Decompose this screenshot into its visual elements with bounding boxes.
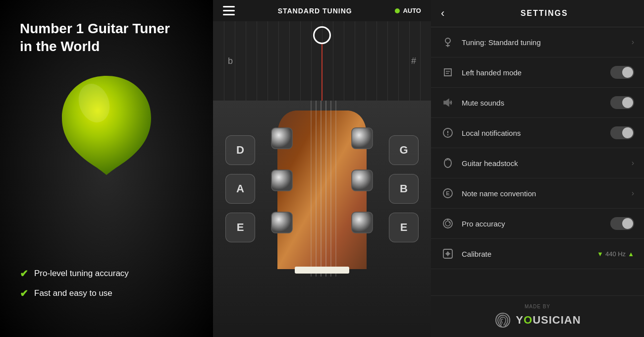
guitar-pick-logo bbox=[57, 71, 156, 180]
headstock-icon bbox=[441, 156, 455, 170]
auto-label: AUTO bbox=[403, 7, 421, 14]
settings-item-note-name[interactable]: E Note name convention › bbox=[431, 178, 644, 209]
feature-text-2: Fast and easy to use bbox=[34, 288, 112, 298]
notifications-icon bbox=[441, 126, 455, 140]
settings-list: Tuning: Standard tuning › Left handed mo… bbox=[431, 27, 644, 295]
yousician-footer: MADE BY YOUSICIAN bbox=[431, 295, 644, 337]
features-list: ✔ Pro-level tuning accuracy ✔ Fast and e… bbox=[20, 268, 129, 317]
sharp-label: # bbox=[411, 56, 416, 66]
settings-item-notifications[interactable]: Local notifications bbox=[431, 118, 644, 148]
hamburger-menu[interactable] bbox=[223, 6, 235, 15]
settings-item-mute[interactable]: Mute sounds bbox=[431, 88, 644, 118]
tuner-marker bbox=[313, 26, 331, 44]
tuning-chevron: › bbox=[632, 38, 634, 47]
settings-item-pro-accuracy[interactable]: Pro accuracy bbox=[431, 209, 644, 239]
settings-title: SETTINGS bbox=[454, 9, 634, 18]
brand-rest: USICIAN bbox=[533, 314, 581, 326]
left-handed-toggle-knob bbox=[622, 67, 633, 78]
left-panel: Number 1 Guitar Tuner in the World ✔ Pro… bbox=[0, 0, 213, 337]
left-handed-label: Left handed mode bbox=[462, 68, 603, 77]
calibrate-down-arrow: ▼ bbox=[597, 250, 603, 258]
brand-y: Y bbox=[516, 314, 524, 326]
svg-point-28 bbox=[445, 221, 450, 226]
calibrate-up-arrow: ▲ bbox=[628, 250, 634, 258]
left-handed-icon bbox=[441, 65, 455, 79]
calibrate-value[interactable]: ▼ 440 Hz ▲ bbox=[597, 250, 634, 258]
settings-item-headstock[interactable]: Guitar headstock › bbox=[431, 148, 644, 178]
pro-accuracy-label: Pro accuracy bbox=[462, 220, 603, 228]
mute-toggle-knob bbox=[622, 97, 633, 108]
note-name-icon: E bbox=[441, 186, 455, 200]
calibrate-icon bbox=[441, 247, 455, 261]
middle-panel: STANDARD TUNING AUTO bbox=[213, 0, 431, 337]
calibrate-label: Calibrate bbox=[462, 250, 590, 258]
auto-dot bbox=[395, 8, 400, 13]
headstock-chevron: › bbox=[632, 159, 634, 168]
tuning-label: STANDARD TUNING bbox=[278, 7, 352, 15]
tuner-display: b # bbox=[213, 21, 431, 101]
middle-header: STANDARD TUNING AUTO bbox=[213, 0, 431, 21]
check-icon-2: ✔ bbox=[20, 287, 28, 299]
feature-text-1: Pro-level tuning accuracy bbox=[34, 269, 129, 279]
svg-point-14 bbox=[445, 38, 450, 43]
note-name-chevron: › bbox=[632, 189, 634, 198]
marker-circle bbox=[313, 26, 331, 44]
svg-point-20 bbox=[447, 134, 448, 135]
notifications-toggle[interactable] bbox=[610, 126, 634, 139]
note-button-E-low[interactable]: E bbox=[225, 213, 255, 242]
back-button[interactable]: ‹ bbox=[441, 7, 444, 20]
auto-badge[interactable]: AUTO bbox=[395, 7, 421, 14]
pro-accuracy-toggle-knob bbox=[622, 218, 633, 229]
brand-o: O bbox=[524, 314, 533, 326]
svg-line-23 bbox=[446, 160, 447, 161]
note-button-D[interactable]: D bbox=[225, 135, 255, 165]
feature-item-1: ✔ Pro-level tuning accuracy bbox=[20, 268, 129, 280]
right-panel: ‹ SETTINGS Tuning: Standard tuning › bbox=[431, 0, 644, 337]
feature-item-2: ✔ Fast and easy to use bbox=[20, 287, 129, 299]
mute-toggle[interactable] bbox=[610, 96, 634, 109]
made-by-label: MADE BY bbox=[525, 304, 550, 309]
svg-marker-17 bbox=[444, 99, 449, 106]
headstock-label: Guitar headstock bbox=[462, 159, 625, 168]
settings-header: ‹ SETTINGS bbox=[431, 0, 644, 27]
note-button-E-high[interactable]: E bbox=[389, 213, 419, 242]
svg-text:E: E bbox=[446, 190, 449, 196]
note-button-B[interactable]: B bbox=[389, 174, 419, 204]
tuning-icon bbox=[441, 35, 455, 49]
note-button-G[interactable]: G bbox=[389, 135, 419, 165]
yousician-logo: YOUSICIAN bbox=[494, 311, 581, 329]
mute-label: Mute sounds bbox=[462, 99, 603, 107]
notifications-toggle-knob bbox=[622, 127, 633, 138]
hamburger-line-3 bbox=[223, 14, 235, 15]
pro-accuracy-toggle[interactable] bbox=[610, 217, 634, 230]
yousician-brand-text: YOUSICIAN bbox=[516, 314, 581, 327]
notifications-label: Local notifications bbox=[462, 129, 603, 137]
pro-accuracy-icon bbox=[441, 217, 455, 230]
headstock-area: D G A B E E bbox=[213, 101, 431, 337]
calibrate-hz: 440 Hz bbox=[605, 250, 626, 258]
check-icon-1: ✔ bbox=[20, 268, 28, 280]
settings-item-left-handed[interactable]: Left handed mode bbox=[431, 57, 644, 88]
tuning-label-text: Tuning: Standard tuning bbox=[462, 38, 625, 47]
left-handed-toggle[interactable] bbox=[610, 66, 634, 79]
headstock-container: D G A B E E bbox=[213, 101, 431, 337]
tuner-string-line bbox=[322, 44, 322, 101]
svg-line-24 bbox=[449, 160, 450, 161]
note-button-A[interactable]: A bbox=[225, 174, 255, 204]
hero-title: Number 1 Guitar Tuner in the World bbox=[20, 20, 170, 56]
mute-icon bbox=[441, 96, 455, 110]
note-name-label: Note name convention bbox=[462, 189, 625, 198]
hamburger-line-1 bbox=[223, 6, 235, 7]
flat-label: b bbox=[228, 56, 233, 66]
settings-item-tuning[interactable]: Tuning: Standard tuning › bbox=[431, 27, 644, 57]
hamburger-line-2 bbox=[223, 10, 235, 11]
settings-item-calibrate[interactable]: Calibrate ▼ 440 Hz ▲ bbox=[431, 239, 644, 269]
fingerprint-icon bbox=[494, 311, 512, 329]
